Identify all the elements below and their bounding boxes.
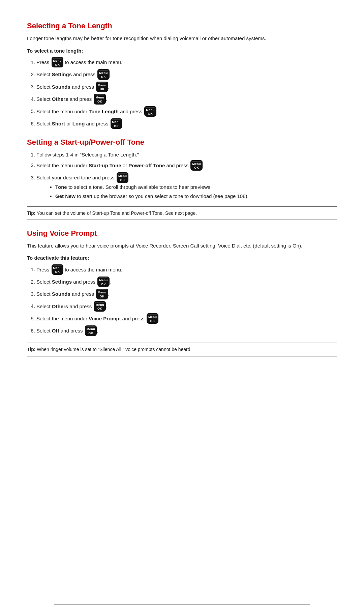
- page-wrapper: Selecting a Tone Length Longer tone leng…: [27, 20, 337, 607]
- menu-btn-icon: MenuOK: [190, 160, 203, 171]
- menu-btn-icon: MenuOK: [96, 289, 108, 299]
- section2-title: Setting a Start-up/Power-off Tone: [27, 137, 337, 148]
- section1-sublabel: To select a tone length:: [27, 47, 337, 55]
- menu-btn-icon: MenuOK: [97, 69, 110, 80]
- section3-steps: Press MenuOK to access the main menu. Se…: [36, 265, 337, 337]
- list-item: Select Sounds and press MenuOK.: [36, 82, 337, 92]
- menu-btn-icon: MenuOK: [94, 301, 106, 312]
- list-item: Select the menu under Tone Length and pr…: [36, 107, 337, 117]
- footer: Section 2B: Controlling Your Phone’s Set…: [54, 604, 310, 607]
- list-item: Tone to select a tone. Scroll through av…: [50, 183, 337, 191]
- list-item: Select your desired tone and press MenuO…: [36, 173, 337, 200]
- list-item: Follow steps 1-4 in “Selecting a Tone Le…: [36, 151, 337, 159]
- section3-tip: Tip: When ringer volume is set to “Silen…: [27, 343, 337, 356]
- list-item: Select Short or Long and press MenuOK.: [36, 119, 337, 129]
- section1-title: Selecting a Tone Length: [27, 20, 337, 31]
- list-item: Select Others and press MenuOK.: [36, 301, 337, 312]
- menu-btn-icon: MenuOK: [94, 94, 106, 104]
- tip-text: When ringer volume is set to “Silence Al…: [37, 347, 191, 352]
- list-item: Select Settings and press MenuOK.: [36, 69, 337, 80]
- list-item: Select Sounds and press MenuOK.: [36, 289, 337, 299]
- section-startup-tone: Setting a Start-up/Power-off Tone Follow…: [27, 137, 337, 220]
- menu-btn-icon: MenuOK: [144, 106, 156, 117]
- section3-title: Using Voice Prompt: [27, 228, 337, 239]
- tip-text: You can set the volume of Start-up Tone …: [37, 210, 197, 216]
- menu-btn-icon: MenuOK: [85, 325, 97, 336]
- menu-btn-icon: MenuOK: [117, 172, 129, 183]
- section1-intro: Longer tone lengths may be better for to…: [27, 35, 337, 42]
- section1-steps: Press MenuOK to access the main menu. Se…: [36, 57, 337, 129]
- list-item: Select the menu under Voice Prompt and p…: [36, 314, 337, 324]
- section2-tip: Tip: You can set the volume of Start-up …: [27, 206, 337, 220]
- section3-intro: This feature allows you to hear voice pr…: [27, 242, 337, 250]
- section2-bullets: Tone to select a tone. Scroll through av…: [50, 183, 337, 200]
- list-item: Select Settings and press MenuOK.: [36, 277, 337, 287]
- section3-sublabel: To deactivate this feature:: [27, 254, 337, 262]
- list-item: Select the menu under Start-up Tone or P…: [36, 161, 337, 171]
- list-item: Press MenuOK to access the main menu.: [36, 57, 337, 68]
- section-voice-prompt: Using Voice Prompt This feature allows y…: [27, 228, 337, 356]
- list-item: Select Off and press MenuOK.: [36, 326, 337, 336]
- menu-btn-icon: MenuOK: [147, 313, 159, 324]
- section-tone-length: Selecting a Tone Length Longer tone leng…: [27, 20, 337, 129]
- tip-label: Tip:: [27, 210, 35, 216]
- tip-label: Tip:: [27, 347, 35, 352]
- menu-btn-icon: MenuOK: [97, 277, 110, 287]
- list-item: Select Others and press MenuOK.: [36, 94, 337, 105]
- menu-btn-icon: MenuOK: [52, 57, 64, 67]
- menu-btn-icon: MenuOK: [96, 82, 108, 92]
- list-item: Get New to start up the browser so you c…: [50, 193, 337, 200]
- section2-steps: Follow steps 1-4 in “Selecting a Tone Le…: [36, 151, 337, 200]
- menu-btn-icon: MenuOK: [52, 264, 64, 275]
- menu-btn-icon: MenuOK: [111, 118, 123, 129]
- list-item: Press MenuOK to access the main menu.: [36, 265, 337, 275]
